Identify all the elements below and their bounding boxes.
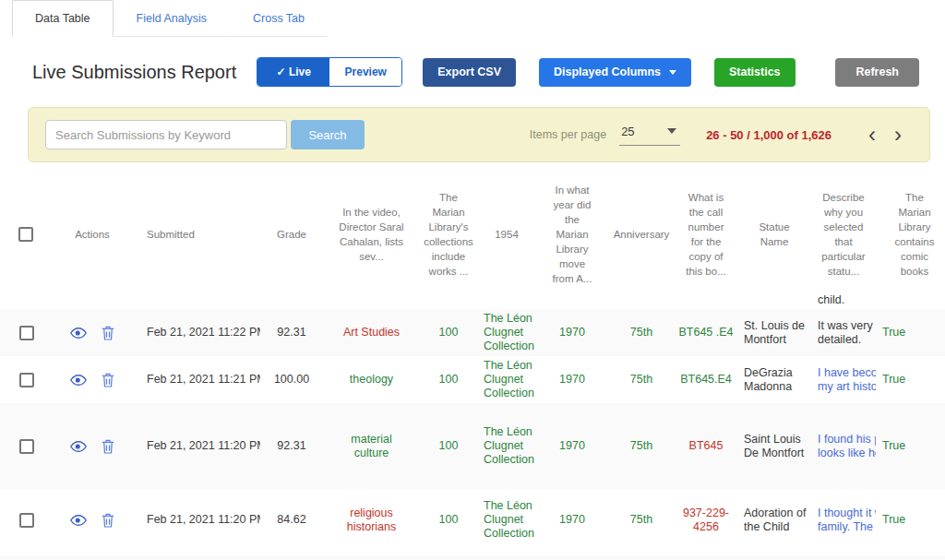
- view-icon[interactable]: [70, 440, 87, 453]
- table-row: Feb 21, 2021 11:22 PM92.31Art Studies100…: [0, 309, 945, 356]
- search-button[interactable]: Search: [291, 120, 365, 149]
- cell-q-describe-why[interactable]: I thought it wa family. The ac: [811, 506, 876, 534]
- cell-anniversary: 75th: [608, 439, 675, 453]
- cell-q-collections-include: 100: [420, 373, 477, 387]
- live-toggle-button[interactable]: ✓ Live: [257, 58, 329, 86]
- column-header-q-1954: 1954: [477, 227, 536, 242]
- table-row: Feb 21, 2021 11:21 PM100.00theology100Th…: [0, 356, 945, 403]
- next-row-strip: [0, 555, 945, 560]
- column-header-grade: Grade: [260, 227, 323, 242]
- tab-cross-tab[interactable]: Cross Tab: [230, 0, 328, 37]
- column-header-q-video-director: In the video, Director Saral Cahalan, li…: [323, 205, 420, 264]
- results-range-text: 26 - 50 / 1,000 of 1,626: [706, 128, 831, 142]
- cell-q-call-number: BT645: [675, 439, 737, 453]
- cell-q-describe-why[interactable]: I found his pa looks like he i: [811, 433, 876, 460]
- cell-q-describe-why: child.: [811, 293, 876, 307]
- table-row: Feb 21, 2021 11:20 PM92.31material cultu…: [0, 403, 945, 489]
- select-all-checkbox[interactable]: [18, 227, 33, 242]
- refresh-button[interactable]: Refresh: [835, 58, 919, 87]
- cell-q-year-moved: 1970: [536, 513, 608, 527]
- cell-q-year-moved: 1970: [536, 326, 608, 340]
- view-icon[interactable]: [70, 374, 87, 387]
- cell-q-comic-books: True: [876, 373, 945, 387]
- column-header-actions: Actions: [44, 227, 140, 242]
- cell-q-video-director: theology: [323, 373, 420, 387]
- cell-anniversary: 75th: [608, 513, 675, 527]
- column-header-q-collections-include: The Marian Library's collections include…: [420, 190, 477, 279]
- cell-grade: 92.31: [260, 439, 323, 453]
- delete-icon[interactable]: [102, 439, 114, 454]
- cell-actions: [44, 439, 140, 454]
- cell-grade: 100.00: [260, 373, 323, 387]
- cell-q-1954: The Léon Clugnet Collection: [477, 499, 536, 541]
- tab-field-analysis[interactable]: Field Analysis: [114, 0, 230, 37]
- chevron-down-icon: [667, 128, 676, 134]
- search-pagination-bar: Search Items per page 25 26 - 50 / 1,000…: [28, 107, 930, 162]
- preview-toggle-button[interactable]: Preview: [329, 58, 401, 86]
- cell-q-collections-include: 100: [420, 513, 477, 527]
- displayed-columns-button[interactable]: Displayed Columns: [539, 58, 691, 87]
- column-header-q-year-moved: In what year did the Marian Library move…: [536, 183, 608, 286]
- cell-q-comic-books: True: [876, 513, 945, 527]
- row-checkbox[interactable]: [19, 513, 34, 528]
- page-title: Live Submissions Report: [32, 62, 236, 83]
- tab-bar: Data Table Field Analysis Cross Tab: [0, 0, 945, 37]
- view-icon[interactable]: [70, 327, 87, 340]
- row-checkbox[interactable]: [19, 439, 34, 454]
- cell-q-call-number: BT645 .E4: [675, 326, 737, 340]
- cell-submitted: Feb 21, 2021 11:21 PM: [140, 373, 260, 387]
- cell-statue-name: Saint Louis De Montfort: [737, 433, 811, 460]
- next-page-button[interactable]: ›: [885, 125, 911, 144]
- cell-q-1954: The Léon Clugnet Collection: [477, 359, 536, 400]
- export-csv-button[interactable]: Export CSV: [423, 58, 516, 87]
- row-checkbox[interactable]: [19, 326, 34, 340]
- check-icon: ✓: [277, 66, 286, 78]
- live-preview-toggle: ✓ Live Preview: [257, 57, 402, 87]
- column-header-q-describe-why: Describe why you selected that particula…: [811, 190, 876, 279]
- cell-grade: 92.31: [260, 326, 323, 340]
- cell-q-comic-books: True: [876, 326, 945, 340]
- cell-q-1954: The Léon Clugnet Collection: [477, 425, 536, 467]
- column-header-anniversary: Anniversary: [608, 227, 675, 242]
- statistics-button[interactable]: Statistics: [714, 58, 795, 87]
- cell-submitted: Feb 21, 2021 11:20 PM: [140, 513, 260, 527]
- submissions-table: ActionsSubmittedGradeIn the video, Direc…: [0, 175, 945, 560]
- view-icon[interactable]: [70, 514, 87, 527]
- table-row: Feb 21, 2021 11:20 PM84.62religious hist…: [0, 489, 945, 551]
- pagination-group: Items per page 25 26 - 50 / 1,000 of 1,6…: [530, 125, 911, 146]
- cell-actions: [44, 373, 140, 387]
- prev-page-button[interactable]: ‹: [859, 125, 885, 144]
- toolbar: Live Submissions Report ✓ Live Preview E…: [0, 37, 945, 103]
- delete-icon[interactable]: [102, 373, 114, 387]
- items-per-page-value: 25: [621, 125, 634, 138]
- cell-q-call-number: 937-229- 4256: [675, 506, 737, 534]
- column-header-select: [0, 227, 44, 242]
- cell-q-1954: The Léon Clugnet Collection: [477, 312, 536, 353]
- delete-icon[interactable]: [102, 513, 114, 528]
- cell-q-video-director: material culture: [323, 433, 420, 460]
- row-checkbox[interactable]: [19, 373, 34, 387]
- cell-q-year-moved: 1970: [536, 373, 608, 387]
- cell-statue-name: DeGrazia Madonna: [737, 366, 811, 394]
- cell-q-call-number: BT645.E4: [675, 373, 737, 387]
- partial-row: child.: [0, 293, 945, 309]
- cell-submitted: Feb 21, 2021 11:22 PM: [140, 326, 260, 340]
- tab-data-table[interactable]: Data Table: [12, 0, 114, 37]
- column-header-q-comic-books: The Marian Library contains comic books: [876, 190, 945, 279]
- search-input[interactable]: [45, 120, 287, 149]
- cell-q-comic-books: True: [876, 439, 945, 453]
- delete-icon[interactable]: [102, 326, 114, 340]
- cell-anniversary: 75th: [608, 326, 675, 340]
- cell-q-year-moved: 1970: [536, 439, 608, 453]
- cell-submitted: Feb 21, 2021 11:20 PM: [140, 439, 260, 453]
- cell-actions: [44, 513, 140, 528]
- cell-q-video-director: Art Studies: [323, 326, 420, 340]
- cell-q-describe-why[interactable]: I have becom my art history: [811, 366, 876, 394]
- items-per-page-select[interactable]: 25: [619, 125, 680, 146]
- cell-q-describe-why: It was very detailed.: [811, 319, 876, 347]
- cell-actions: [44, 326, 140, 340]
- cell-anniversary: 75th: [608, 373, 675, 387]
- cell-statue-name: St. Louis de Montfort: [737, 319, 811, 347]
- chevron-down-icon: [669, 70, 676, 75]
- cell-q-collections-include: 100: [420, 326, 477, 340]
